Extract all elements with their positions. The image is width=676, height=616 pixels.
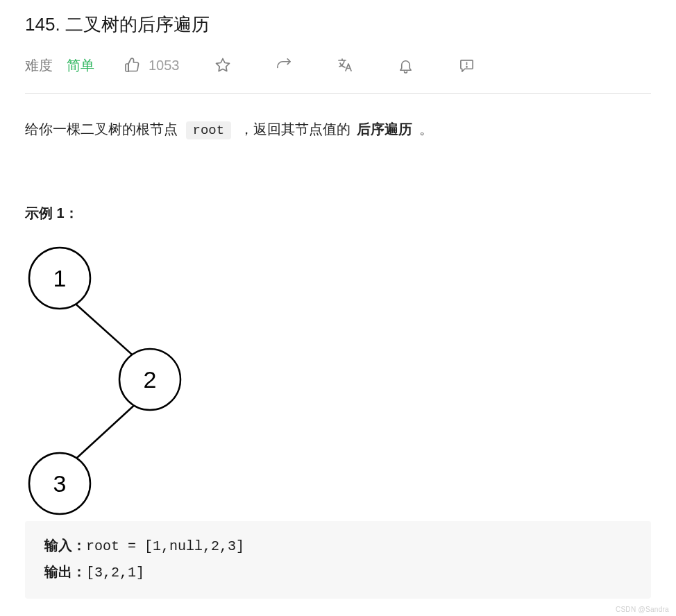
svg-line-2: [70, 299, 138, 360]
desc-strong: 后序遍历: [357, 121, 412, 137]
output-value: [3,2,1]: [86, 565, 144, 581]
desc-end: 。: [415, 121, 433, 137]
thumbs-up-icon: [124, 57, 140, 74]
translate-icon: [337, 57, 353, 74]
meta-row: 难度 简单 1053: [25, 40, 651, 94]
tree-node-2: 2: [144, 366, 157, 393]
share-icon: [276, 58, 291, 74]
example-heading: 示例 1：: [25, 204, 651, 223]
feedback-button[interactable]: [457, 55, 477, 75]
problem-title: 145. 二叉树的后序遍历: [25, 0, 651, 40]
desc-code: root: [186, 121, 232, 139]
problem-description: 给你一棵二叉树的根节点 root ，返回其节点值的 后序遍历 。: [25, 117, 651, 142]
tree-node-3: 3: [53, 470, 67, 497]
input-label: 输入：: [44, 538, 86, 554]
problem-content: 给你一棵二叉树的根节点 root ，返回其节点值的 后序遍历 。 示例 1： 1…: [25, 94, 651, 599]
desc-pre: 给你一棵二叉树的根节点: [25, 121, 182, 137]
feedback-icon: [459, 58, 475, 74]
tree-diagram: 1 2 3: [25, 243, 651, 521]
output-label: 输出：: [44, 565, 86, 581]
difficulty-value: 简单: [67, 56, 94, 75]
difficulty-label: 难度: [25, 56, 53, 75]
example-code-block: 输入：root = [1,null,2,3] 输出：[3,2,1]: [25, 521, 651, 599]
share-button[interactable]: [274, 55, 294, 75]
likes-count: 1053: [149, 58, 180, 74]
example-input-line: 输入：root = [1,null,2,3]: [44, 533, 632, 560]
notifications-button[interactable]: [396, 55, 416, 75]
example-output-line: 输出：[3,2,1]: [44, 560, 632, 586]
favorite-button[interactable]: [213, 55, 233, 75]
translate-button[interactable]: [335, 55, 355, 75]
bell-icon: [398, 58, 414, 74]
svg-line-3: [70, 402, 138, 464]
likes-button[interactable]: 1053: [124, 57, 180, 74]
svg-point-1: [466, 66, 467, 67]
desc-mid: ，返回其节点值的: [235, 121, 354, 137]
star-icon: [214, 57, 231, 74]
input-value: root = [1,null,2,3]: [86, 538, 244, 554]
tree-node-1: 1: [53, 265, 67, 291]
